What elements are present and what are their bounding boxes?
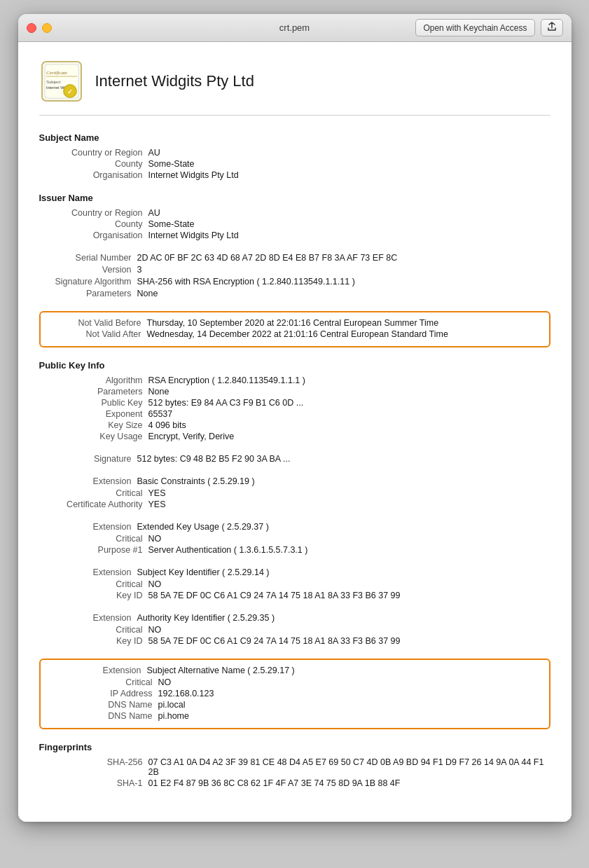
- fingerprints-section: Fingerprints SHA-256 07 C3 A1 0A D4 A2 3…: [39, 742, 550, 788]
- not-after-label: Not Valid After: [49, 329, 147, 339]
- pk-algo-label: Algorithm: [64, 376, 148, 385]
- close-button[interactable]: [27, 23, 36, 33]
- minimize-button[interactable]: [42, 23, 52, 33]
- main-window: crt.pem Open with Keychain Access Certif…: [18, 14, 571, 822]
- version-label: Version: [39, 265, 137, 275]
- pk-key-row: Public Key 512 bytes: E9 84 AA C3 F9 B1 …: [39, 398, 550, 408]
- pk-exp-label: Exponent: [64, 409, 148, 419]
- ext5-dns1-label: DNS Name: [74, 700, 158, 710]
- ext5-critical-value: NO: [158, 677, 172, 687]
- ext5-dns2-value: pi.home: [158, 711, 189, 721]
- ext3-title-row: Extension Subject Key Identifier ( 2.5.2…: [39, 567, 550, 577]
- pk-usage-row: Key Usage Encrypt, Verify, Derive: [39, 432, 550, 441]
- issuer-name-label: Issuer Name: [39, 193, 93, 203]
- issuer-county-value: Some-State: [148, 219, 195, 229]
- ext5-dns2-label: DNS Name: [74, 711, 158, 721]
- titlebar-actions: Open with Keychain Access: [415, 19, 562, 36]
- subject-org-label: Organisation: [64, 170, 148, 180]
- ext4-critical-row: Critical NO: [39, 625, 550, 635]
- pk-exp-row: Exponent 65537: [39, 409, 550, 419]
- ext4-keyid-label: Key ID: [64, 636, 148, 646]
- pk-usage-label: Key Usage: [64, 432, 148, 441]
- params-top-label: Parameters: [39, 289, 137, 298]
- ext2-purpose-row: Purpose #1 Server Authentication ( 1.3.6…: [39, 545, 550, 555]
- public-key-section: Public Key Info Algorithm RSA Encryption…: [39, 360, 550, 441]
- serial-value: 2D AC 0F BF 2C 63 4D 68 A7 2D 8D E4 E8 B…: [137, 253, 398, 263]
- pk-size-value: 4 096 bits: [148, 420, 186, 430]
- pk-params-label: Parameters: [64, 387, 148, 397]
- ext3-keyid-row: Key ID 58 5A 7E DF 0C C6 A1 C9 24 7A 14 …: [39, 591, 550, 600]
- issuer-county-row: County Some-State: [39, 219, 550, 229]
- ext2-ext-value: Extended Key Usage ( 2.5.29.37 ): [137, 522, 269, 532]
- ext4-ext-value: Authority Key Identifier ( 2.5.29.35 ): [137, 613, 275, 623]
- ext5-ip-label: IP Address: [74, 689, 158, 698]
- ext1-ca-row: Certificate Authority YES: [39, 500, 550, 509]
- not-before-value: Thursday, 10 September 2020 at 22:01:16 …: [147, 318, 439, 328]
- ext1-ca-label: Certificate Authority: [64, 500, 148, 509]
- issuer-name-section: Issuer Name Country or Region AU County …: [39, 193, 550, 240]
- issuer-country-label: Country or Region: [64, 208, 148, 218]
- ext2-title-row: Extension Extended Key Usage ( 2.5.29.37…: [39, 522, 550, 532]
- ext2-critical-value: NO: [148, 534, 162, 544]
- cert-content: Certificate Subject: Internet Widgits ✓ …: [18, 42, 571, 822]
- signature-row: Signature 512 bytes: C9 48 B2 B5 F2 90 3…: [39, 454, 550, 464]
- ext2-critical-label: Critical: [64, 534, 148, 544]
- ext2-section: Extension Extended Key Usage ( 2.5.29.37…: [39, 522, 550, 555]
- sig-algo-label: Signature Algorithm: [39, 277, 137, 287]
- params-top-value: None: [137, 289, 158, 298]
- ext2-critical-row: Critical NO: [39, 534, 550, 544]
- subject-name-label: Subject Name: [39, 132, 99, 143]
- sha1-value: 01 E2 F4 87 9B 36 8C C8 62 1F 4F A7 3E 7…: [148, 778, 401, 788]
- fingerprints-label: Fingerprints: [39, 742, 92, 752]
- pk-key-value: 512 bytes: E9 84 AA C3 F9 B1 C6 0D ...: [148, 398, 304, 408]
- ext1-critical-value: YES: [148, 488, 166, 498]
- ext3-keyid-value: 58 5A 7E DF 0C C6 A1 C9 24 7A 14 75 18 A…: [148, 591, 401, 600]
- issuer-country-row: Country or Region AU: [39, 208, 550, 218]
- not-before-row: Not Valid Before Thursday, 10 September …: [49, 318, 541, 328]
- subject-country-value: AU: [148, 148, 160, 158]
- titlebar: crt.pem Open with Keychain Access: [18, 14, 571, 42]
- window-title: crt.pem: [279, 22, 310, 33]
- pk-algo-row: Algorithm RSA Encryption ( 1.2.840.11354…: [39, 376, 550, 385]
- issuer-county-label: County: [64, 219, 148, 229]
- cert-icon: Certificate Subject: Internet Widgits ✓: [39, 59, 84, 104]
- sha256-label: SHA-256: [64, 757, 148, 767]
- subject-county-row: County Some-State: [39, 159, 550, 169]
- ext5-ext-value: Subject Alternative Name ( 2.5.29.17 ): [147, 666, 295, 675]
- issuer-org-value: Internet Widgits Pty Ltd: [148, 230, 239, 240]
- signature-value: 512 bytes: C9 48 B2 B5 F2 90 3A BA ...: [137, 454, 291, 464]
- ext3-ext-label: Extension: [39, 567, 137, 577]
- sha256-value: 07 C3 A1 0A D4 A2 3F 39 81 CE 48 D4 A5 E…: [148, 757, 550, 777]
- sha256-row: SHA-256 07 C3 A1 0A D4 A2 3F 39 81 CE 48…: [39, 757, 550, 777]
- ext2-purpose-value: Server Authentication ( 1.3.6.1.5.5.7.3.…: [148, 545, 308, 555]
- pk-algo-value: RSA Encryption ( 1.2.840.113549.1.1.1 ): [148, 376, 305, 385]
- ext5-dns1-row: DNS Name pi.local: [49, 700, 541, 710]
- ext2-ext-label: Extension: [39, 522, 137, 532]
- public-key-label: Public Key Info: [39, 360, 105, 371]
- ext5-box: Extension Subject Alternative Name ( 2.5…: [39, 659, 550, 729]
- ext3-ext-value: Subject Key Identifier ( 2.5.29.14 ): [137, 567, 270, 577]
- ext5-ip-value: 192.168.0.123: [158, 689, 214, 698]
- subject-name-section: Subject Name Country or Region AU County…: [39, 132, 550, 180]
- serial-label: Serial Number: [39, 253, 137, 263]
- ext5-ip-row: IP Address 192.168.0.123: [49, 689, 541, 698]
- open-keychain-button[interactable]: Open with Keychain Access: [415, 19, 534, 36]
- subject-country-label: Country or Region: [64, 148, 148, 158]
- ext5-dns1-value: pi.local: [158, 700, 186, 710]
- pk-params-value: None: [148, 387, 169, 397]
- ext3-section: Extension Subject Key Identifier ( 2.5.2…: [39, 567, 550, 600]
- issuer-country-value: AU: [148, 208, 160, 218]
- ext3-critical-label: Critical: [64, 579, 148, 589]
- ext1-section: Extension Basic Constraints ( 2.5.29.19 …: [39, 476, 550, 509]
- share-button[interactable]: [541, 19, 563, 36]
- ext4-title-row: Extension Authority Key Identifier ( 2.5…: [39, 613, 550, 623]
- issuer-name-row: Issuer Name: [39, 193, 550, 206]
- subject-name-row: Subject Name: [39, 132, 550, 146]
- subject-org-value: Internet Widgits Pty Ltd: [148, 170, 239, 180]
- ext4-critical-label: Critical: [64, 625, 148, 635]
- pk-key-label: Public Key: [64, 398, 148, 408]
- fingerprints-title-row: Fingerprints: [39, 742, 550, 755]
- version-value: 3: [137, 265, 142, 275]
- cert-header: Certificate Subject: Internet Widgits ✓ …: [39, 59, 550, 116]
- signature-label: Signature: [39, 454, 137, 464]
